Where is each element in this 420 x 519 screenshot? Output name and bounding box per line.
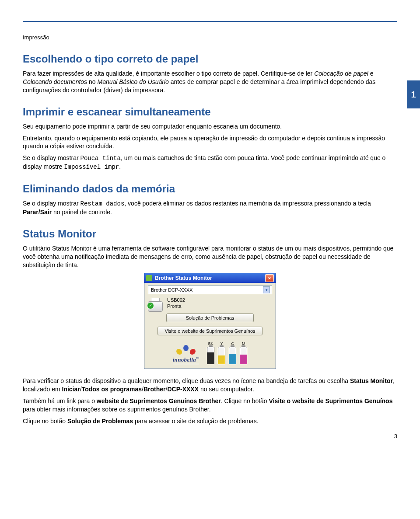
status-monitor-app-icon [146,275,152,281]
text-bold: Visite o website de Suprimentos Genuínos [269,397,393,404]
header-rule [23,21,397,22]
device-select[interactable]: Brother DCP-XXXX ▾ [148,286,272,294]
chevron-down-icon: ▾ [263,286,270,293]
paragraph-supplies-link: Também há um link para o website de Supr… [23,397,397,414]
heading-status-monitor: Status Monitor [23,228,397,240]
paragraph-check-status: Para verificar o status do dispositivo a… [23,377,397,394]
device-select-value: Brother DCP-XXXX [151,287,192,293]
paragraph-low-ink: Se o display mostrar Pouca tinta, um ou … [23,154,397,171]
text-bold: Brother [144,386,166,393]
text-bold: Parar/Sair [23,209,52,216]
text: . Clique no botão [221,397,269,404]
troubleshoot-button[interactable]: Solução de Problemas [166,313,254,322]
ink-cartridge-m [240,347,247,364]
text: no [87,78,97,85]
text: Para fazer impressões de alta qualidade,… [23,70,314,77]
text: Também há um link para o [23,397,97,404]
text: Se o display mostrar [23,154,80,161]
text-mono: Pouca tinta [80,155,121,162]
status-label: Pronta [167,303,185,309]
text: Para verificar o status do dispositivo a… [23,377,350,384]
text-bold: Status Monitor [350,377,393,384]
port-label: USB002 [167,297,185,303]
text-mono: Restam dados [80,200,125,207]
status-monitor-window: Brother Status Monitor × Brother DCP-XXX… [144,273,276,369]
text-mono: Impossível impr [64,164,119,171]
innobella-logo: innobella™ [173,345,200,364]
printer-icon: ✓ [148,298,164,308]
heading-clear-memory: Eliminando dados da memória [23,183,397,195]
text-italic: Colocando documentos [23,78,87,85]
text-bold: Todos os programas [82,386,142,393]
paragraph-troubleshoot-link: Clique no botão Solução de Problemas par… [23,417,397,425]
breadcrumb: Impressão [23,34,397,41]
text: Clique no botão [23,418,67,425]
text: no painel de controle. [52,209,112,216]
close-icon[interactable]: × [265,274,274,282]
text-bold: website de Suprimentos Genuínos Brother [97,397,221,404]
heading-print-scan: Imprimir e escanear simultaneamente [23,106,397,118]
text: para acessar o site de solução de proble… [133,418,258,425]
status-monitor-titlebar: Brother Status Monitor × [144,273,276,283]
text-bold: Solução de Problemas [67,418,133,425]
chapter-tab: 1 [407,80,420,108]
paragraph-status-monitor-intro: O utilitário Status Monitor é uma ferram… [23,244,397,269]
paragraph-paper-type: Para fazer impressões de alta qualidade,… [23,70,397,94]
text: . [119,163,121,170]
ink-cartridge-bk [207,347,214,364]
text-italic: Colocação de papel [314,70,368,77]
text: no seu computador. [199,386,254,393]
text-bold: Iniciar [62,386,80,393]
paragraph: Seu equipamento pode imprimir a partir d… [23,122,397,131]
ink-cartridge-c [229,347,236,364]
text-italic: Manual Básico do Usuário [97,78,168,85]
genuine-supplies-button[interactable]: Visite o website de Suprimentos Genuínos [158,327,262,335]
trademark: ™ [196,357,199,360]
status-monitor-title: Brother Status Monitor [155,275,265,281]
text: e [368,70,374,77]
ink-levels: BK Y C M [207,341,247,364]
text: para obter mais informações sobre os sup… [23,406,211,413]
innobella-word: innobella [173,356,196,363]
text: , você poderá eliminar os dados restante… [124,200,371,207]
paragraph-clear-memory: Se o display mostrar Restam dados, você … [23,199,397,216]
text: Se o display mostrar [23,200,80,207]
paragraph: Entretanto, quando o equipamento está co… [23,134,397,151]
page-number: 3 [394,433,397,439]
ink-cartridge-y [218,347,225,364]
status-ok-badge-icon: ✓ [147,302,154,309]
heading-paper-type: Escolhendo o tipo correto de papel [23,53,397,65]
text-bold: DCP-XXXX [167,386,199,393]
